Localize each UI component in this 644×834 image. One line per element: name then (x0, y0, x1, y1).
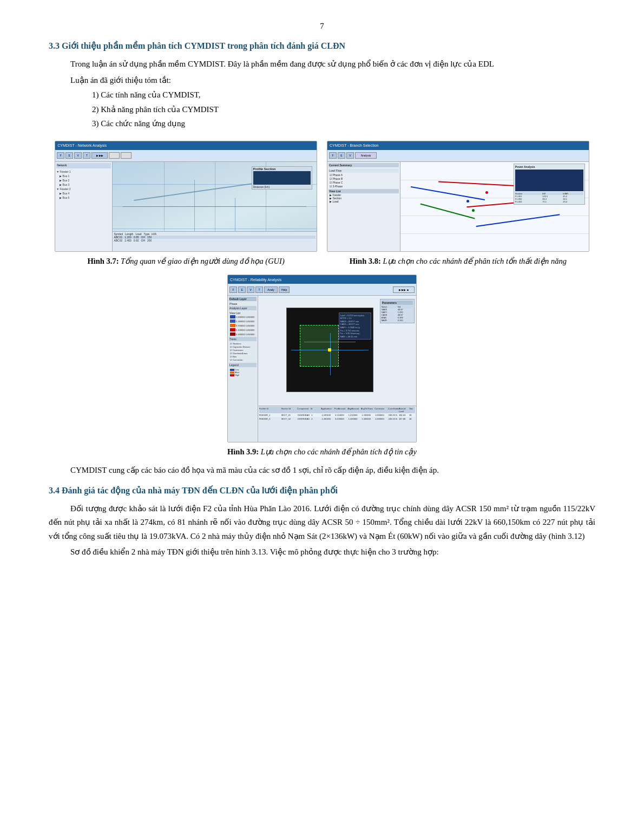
section-34-para1: Đối tượng được khảo sát là lưới điện F2 … (49, 502, 595, 544)
figure-39-image: CYMDIST - Reliability Analysis F E V T A… (227, 275, 417, 442)
figure-38-block: CYMDIST - Branch Selection F E V Analysi… (327, 141, 589, 268)
figure-39-caption: Hình 3.9: Lựa chọn cho các nhánh để phân… (227, 446, 417, 458)
cymdist-para: CYMDIST cung cấp các báo cáo đồ họa và m… (49, 464, 595, 478)
figure-39-row: CYMDIST - Reliability Analysis F E V T A… (49, 275, 595, 458)
fig39-titlebar: CYMDIST - Reliability Analysis (228, 275, 416, 284)
fig38-content: Current Summary Load Flow ☑ Phase A ☑ Ph… (327, 162, 589, 251)
fig39-toolbar: F E V T Analy Help ▶ ▶▶ ■ (228, 284, 416, 296)
figure-37-caption: Hình 3.7: Tổng quan về giao diện người d… (87, 256, 284, 268)
fig37-main: Profile Section Distance (km) SymbolLeng… (113, 162, 317, 251)
figure-38-image: CYMDIST - Branch Selection F E V Analysi… (327, 141, 589, 252)
fig38-main: Power Analysis SectionkWkVAR F1-001120.5… (400, 162, 589, 251)
section-34-para2: Sơ đồ điều khiển 2 nhà máy TĐN giới thiệ… (49, 545, 595, 559)
fig37-toolbar: F E V T ▶ ▶▶ (55, 150, 317, 162)
section-34-heading: 3.4 Đánh giá tác động của nhà máy TĐN đế… (49, 485, 595, 496)
fig39-content: Default Layer Phase Analysis Layer View … (228, 296, 416, 442)
figure-39-block: CYMDIST - Reliability Analysis F E V T A… (227, 275, 417, 458)
fig37-titlebar: CYMDIST - Network Analysis (55, 141, 317, 150)
figures-row-1: CYMDIST - Network Analysis F E V T ▶ ▶▶ … (49, 141, 595, 268)
fig37-content: Network ▼ Feeder 1 ▶ Bus 1 ▶ Bus 2 ▶ Bus… (55, 162, 317, 251)
figure-37-block: CYMDIST - Network Analysis F E V T ▶ ▶▶ … (55, 141, 317, 268)
list-item-2: 2) Khả năng phân tích của CYMDIST (92, 103, 595, 117)
section-33-heading: 3.3 Giới thiệu phần mềm phân tích CYMDIS… (49, 41, 595, 51)
page-number: 7 (49, 22, 595, 31)
section-33-para2: Luận án đã giới thiệu tóm tắt: (70, 74, 595, 88)
fig38-toolbar: F E V Analysis (327, 150, 589, 162)
section-33-para1: Trong luận án sử dụng phần mềm CYMDIST. … (49, 57, 595, 71)
fig39-main: Lamf = 0.250 interruption MTTR = 3 h SAI… (258, 296, 416, 442)
figure-38-caption: Hình 3.8: Lựa chọn cho các nhánh để phân… (350, 256, 567, 268)
section-34: 3.4 Đánh giá tác động của nhà máy TĐN đế… (49, 485, 595, 559)
list-item-3: 3) Các chức năng ứng dụng (92, 117, 595, 131)
fig37-sidebar: Network ▼ Feeder 1 ▶ Bus 1 ▶ Bus 2 ▶ Bus… (55, 162, 113, 251)
figure-37-image: CYMDIST - Network Analysis F E V T ▶ ▶▶ … (55, 141, 317, 252)
list-item-1: 1) Các tính năng của CYMDIST, (92, 88, 595, 102)
fig38-titlebar: CYMDIST - Branch Selection (327, 141, 589, 150)
